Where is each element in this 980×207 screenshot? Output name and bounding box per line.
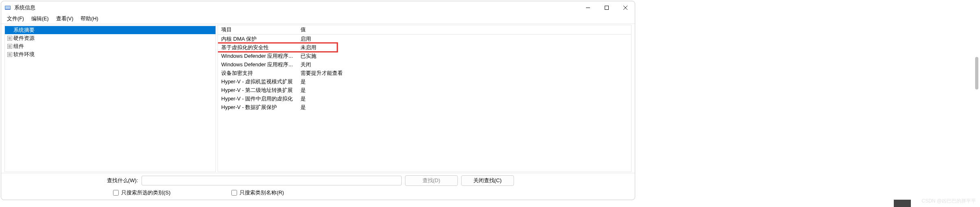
- svg-rect-1: [5, 6, 10, 9]
- tree-item-label: 组件: [13, 43, 24, 50]
- detail-table: 项目 值 内核 DMA 保护启用基于虚拟化的安全性未启用Windows Defe…: [218, 25, 631, 111]
- opt-selected-only-label: 只搜索所选的类别(S): [121, 189, 170, 196]
- titlebar: 系统信息: [1, 1, 635, 14]
- opt-category-names-checkbox[interactable]: [231, 190, 237, 196]
- cell-item: Hyper-V - 虚拟机监视模式扩展: [218, 77, 297, 86]
- table-row[interactable]: Hyper-V - 固件中启用的虚拟化是: [218, 94, 631, 103]
- tree-item-3[interactable]: ⊞软件环境: [5, 50, 216, 59]
- cell-item: Hyper-V - 数据扩展保护: [218, 103, 297, 111]
- cell-value: 关闭: [297, 60, 631, 69]
- opt-category-names[interactable]: 只搜索类别名称(R): [231, 189, 284, 196]
- table-row[interactable]: Windows Defender 应用程序...已实施: [218, 52, 631, 60]
- find-button[interactable]: 查找(D): [405, 175, 458, 186]
- opt-selected-only[interactable]: 只搜索所选的类别(S): [113, 189, 170, 196]
- svg-rect-3: [605, 6, 609, 10]
- cell-item: Hyper-V - 第二级地址转换扩展: [218, 86, 297, 94]
- tree-item-label: 硬件资源: [13, 35, 35, 42]
- scrollbar-thumb[interactable]: [975, 57, 978, 89]
- table-row[interactable]: Hyper-V - 第二级地址转换扩展是: [218, 86, 631, 94]
- expand-icon[interactable]: ⊞: [7, 44, 12, 49]
- table-row[interactable]: Hyper-V - 虚拟机监视模式扩展是: [218, 77, 631, 86]
- cell-item: Windows Defender 应用程序...: [218, 60, 297, 69]
- cell-item: 内核 DMA 保护: [218, 35, 297, 44]
- search-options: 只搜索所选的类别(S) 只搜索类别名称(R): [1, 187, 635, 200]
- menu-help[interactable]: 帮助(H): [77, 15, 101, 23]
- table-row[interactable]: 设备加密支持需要提升才能查看: [218, 69, 631, 77]
- watermark: CSDN @凶巴巴的胖平平: [921, 198, 976, 205]
- cell-value: 启用: [297, 35, 631, 44]
- window-controls: [579, 1, 635, 14]
- tree-item-2[interactable]: ⊞组件: [5, 42, 216, 50]
- cell-value: 是: [297, 94, 631, 103]
- tree-item-label: 软件环境: [13, 51, 35, 58]
- opt-category-names-label: 只搜索类别名称(R): [240, 189, 284, 196]
- table-row[interactable]: Windows Defender 应用程序...关闭: [218, 60, 631, 69]
- cell-value: 已实施: [297, 52, 631, 60]
- cell-item: 基于虚拟化的安全性: [218, 43, 297, 52]
- col-header-item[interactable]: 项目: [218, 25, 297, 35]
- cell-value: 是: [297, 77, 631, 86]
- search-bar: 查找什么(W): 查找(D) 关闭查找(C): [1, 173, 635, 187]
- maximize-button[interactable]: [597, 1, 616, 14]
- app-icon: [4, 4, 11, 11]
- close-find-button[interactable]: 关闭查找(C): [461, 175, 514, 186]
- system-info-window: 系统信息 文件(F) 编辑(E) 查看(V) 帮助(H) 系统摘要⊞硬件资源⊞组…: [1, 1, 635, 200]
- cell-item: 设备加密支持: [218, 69, 297, 77]
- cell-item: Hyper-V - 固件中启用的虚拟化: [218, 94, 297, 103]
- menubar: 文件(F) 编辑(E) 查看(V) 帮助(H): [1, 14, 635, 24]
- cell-value: 是: [297, 86, 631, 94]
- search-label: 查找什么(W):: [107, 177, 138, 184]
- menu-edit[interactable]: 编辑(E): [28, 15, 52, 23]
- close-button[interactable]: [616, 1, 635, 14]
- menu-file[interactable]: 文件(F): [4, 15, 27, 23]
- tree-panel[interactable]: 系统摘要⊞硬件资源⊞组件⊞软件环境: [4, 25, 216, 172]
- menu-view[interactable]: 查看(V): [53, 15, 77, 23]
- content-area: 系统摘要⊞硬件资源⊞组件⊞软件环境 项目 值 内核 DMA 保护启用基于虚拟化的…: [1, 24, 635, 173]
- window-title: 系统信息: [14, 4, 35, 11]
- table-row[interactable]: 内核 DMA 保护启用: [218, 35, 631, 44]
- tree-item-label: 系统摘要: [13, 26, 35, 34]
- expand-icon[interactable]: ⊞: [7, 36, 12, 41]
- col-header-value[interactable]: 值: [297, 25, 631, 35]
- cell-value: 需要提升才能查看: [297, 69, 631, 77]
- cell-value: 是: [297, 103, 631, 111]
- opt-selected-only-checkbox[interactable]: [113, 190, 119, 196]
- table-row[interactable]: Hyper-V - 数据扩展保护是: [218, 103, 631, 111]
- page-scrollbar[interactable]: [973, 20, 980, 102]
- cell-item: Windows Defender 应用程序...: [218, 52, 297, 60]
- footer-thumbnail: [894, 200, 911, 207]
- detail-panel[interactable]: 项目 值 内核 DMA 保护启用基于虚拟化的安全性未启用Windows Defe…: [218, 25, 632, 172]
- tree-item-1[interactable]: ⊞硬件资源: [5, 34, 216, 42]
- expand-icon[interactable]: ⊞: [7, 52, 12, 57]
- cell-value: 未启用: [297, 43, 631, 52]
- tree-item-0[interactable]: 系统摘要: [5, 26, 216, 34]
- search-input[interactable]: [142, 176, 402, 185]
- minimize-button[interactable]: [579, 1, 597, 14]
- table-row[interactable]: 基于虚拟化的安全性未启用: [218, 43, 631, 52]
